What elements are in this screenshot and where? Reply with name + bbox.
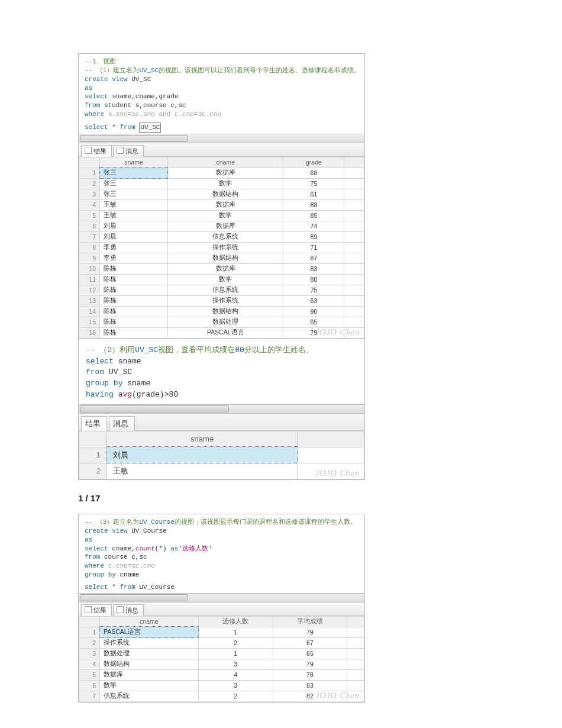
cell[interactable]: 87 <box>283 253 344 263</box>
table-row[interactable]: 8李勇操作系统71 <box>79 242 364 253</box>
cell[interactable]: 数学 <box>167 210 283 221</box>
cell[interactable]: 2 <box>198 691 273 701</box>
cell[interactable]: 67 <box>273 637 347 648</box>
column-header[interactable]: sname <box>100 157 168 167</box>
sql-editor-3[interactable]: -- （3）建立名为UV_Course的视图，该视图显示每门课的课程名和选修该课… <box>79 514 364 593</box>
cell[interactable]: 陈栋 <box>100 327 168 338</box>
editor-hscrollbar[interactable] <box>79 593 364 602</box>
table-row[interactable]: 2操作系统267 <box>79 637 364 648</box>
cell[interactable]: 信息系统 <box>100 691 199 701</box>
editor-hscrollbar[interactable] <box>79 404 364 413</box>
cell[interactable]: 79 <box>273 659 347 669</box>
cell[interactable]: 张三 <box>100 189 168 199</box>
cell[interactable]: 数据库 <box>167 221 283 231</box>
cell[interactable]: 信息系统 <box>167 231 283 242</box>
sql-editor-2[interactable]: -- （2）利用UV_SC视图，查看平均成绩在80分以上的学生姓名。 selec… <box>79 339 364 404</box>
cell[interactable]: 刘晨 <box>107 447 298 463</box>
cell[interactable]: 数据结构 <box>167 253 283 263</box>
table-row[interactable]: 2张三数学75 <box>79 178 364 189</box>
cell[interactable]: 李勇 <box>100 242 168 253</box>
cell[interactable]: 陈栋 <box>100 285 168 295</box>
cell[interactable]: 89 <box>283 231 344 242</box>
table-row[interactable]: 6刘晨数据库74 <box>79 221 364 231</box>
cell[interactable]: 85 <box>283 210 344 221</box>
cell[interactable]: PASCAL语言 <box>167 327 283 338</box>
sql-editor-1[interactable]: --1、视图 -- （1）建立名为UV_SC的视图。该视图可以让我们看到每个学生… <box>79 54 364 134</box>
table-row[interactable]: 13陈栋操作系统63 <box>79 295 364 306</box>
cell[interactable]: 80 <box>283 274 344 285</box>
cell[interactable]: 74 <box>283 221 344 231</box>
cell[interactable]: 陈栋 <box>100 317 168 327</box>
table-row[interactable]: 5数据库478 <box>79 669 364 680</box>
table-row[interactable]: 7刘晨信息系统89 <box>79 231 364 242</box>
cell[interactable]: 75 <box>283 285 344 295</box>
cell[interactable]: 数学 <box>167 274 283 285</box>
cell[interactable]: 李勇 <box>100 253 168 263</box>
editor-hscrollbar[interactable] <box>79 134 364 143</box>
cell[interactable]: 75 <box>283 178 344 189</box>
cell[interactable]: 78 <box>273 669 347 680</box>
cell[interactable]: 刘晨 <box>100 221 168 231</box>
column-header[interactable]: cname <box>100 616 199 627</box>
cell[interactable]: 操作系统 <box>100 637 199 648</box>
column-header[interactable]: 平均成绩 <box>273 616 347 627</box>
table-row[interactable]: 10陈栋数据库83 <box>79 263 364 274</box>
cell[interactable]: 61 <box>283 189 344 199</box>
cell[interactable]: 王敏 <box>100 210 168 221</box>
table-row[interactable]: 12陈栋信息系统75 <box>79 285 364 295</box>
cell[interactable]: 4 <box>198 669 273 680</box>
cell[interactable]: 王敏 <box>100 199 168 210</box>
result-grid-1[interactable]: snamecnamegrade1张三数据库682张三数学753张三数据结构614… <box>79 157 364 339</box>
column-header[interactable]: grade <box>283 157 344 167</box>
cell[interactable]: 65 <box>273 648 347 659</box>
cell[interactable]: 数据库 <box>100 669 199 680</box>
cell[interactable]: 2 <box>198 637 273 648</box>
cell[interactable]: 数据处理 <box>167 317 283 327</box>
tab-results[interactable]: 结果 <box>81 604 112 616</box>
cell[interactable]: 数学 <box>167 178 283 189</box>
column-header[interactable]: sname <box>107 431 298 447</box>
cell[interactable]: 71 <box>283 242 344 253</box>
cell[interactable]: 3 <box>198 659 273 669</box>
cell[interactable]: 1 <box>198 627 273 637</box>
table-row[interactable]: 4王敏数据库88 <box>79 199 364 210</box>
cell[interactable]: 83 <box>273 680 347 691</box>
table-row[interactable]: 6数学383 <box>79 680 364 691</box>
column-header[interactable]: 选修人数 <box>198 616 273 627</box>
cell[interactable]: 3 <box>198 680 273 691</box>
cell[interactable]: 数据结构 <box>100 659 199 669</box>
cell[interactable]: 王敏 <box>107 463 298 479</box>
cell[interactable]: 数据库 <box>167 263 283 274</box>
table-row[interactable]: 15陈栋数据处理65 <box>79 317 364 327</box>
table-row[interactable]: 1PASCAL语言179 <box>79 627 364 637</box>
table-row[interactable]: 1张三数据库68 <box>79 167 364 178</box>
tab-messages[interactable]: 消息 <box>113 604 144 616</box>
cell[interactable]: 65 <box>283 317 344 327</box>
cell[interactable]: 陈栋 <box>100 306 168 317</box>
cell[interactable]: 数据库 <box>167 167 283 178</box>
cell[interactable]: 数学 <box>100 680 199 691</box>
cell[interactable]: 63 <box>283 295 344 306</box>
result-grid-3[interactable]: cname选修人数平均成绩1PASCAL语言1792操作系统2673数据处理16… <box>79 616 364 702</box>
cell[interactable]: 张三 <box>100 167 168 178</box>
cell[interactable]: 张三 <box>100 178 168 189</box>
tab-messages[interactable]: 消息 <box>109 416 135 431</box>
table-row[interactable]: 9李勇数据结构87 <box>79 253 364 263</box>
cell[interactable]: 数据结构 <box>167 306 283 317</box>
cell[interactable]: 数据结构 <box>167 189 283 199</box>
cell[interactable]: 1 <box>198 648 273 659</box>
cell[interactable]: PASCAL语言 <box>100 627 199 637</box>
tab-results[interactable]: 结果 <box>81 416 107 431</box>
table-row[interactable]: 3张三数据结构61 <box>79 189 364 199</box>
cell[interactable]: 刘晨 <box>100 231 168 242</box>
tab-results[interactable]: 结果 <box>81 145 112 157</box>
table-row[interactable]: 3数据处理165 <box>79 648 364 659</box>
cell[interactable]: 信息系统 <box>167 285 283 295</box>
cell[interactable]: 陈栋 <box>100 274 168 285</box>
cell[interactable]: 操作系统 <box>167 242 283 253</box>
table-row[interactable]: 1刘晨 <box>79 447 364 463</box>
cell[interactable]: 陈栋 <box>100 263 168 274</box>
cell[interactable]: 88 <box>283 199 344 210</box>
cell[interactable]: 68 <box>283 167 344 178</box>
cell[interactable]: 数据库 <box>167 199 283 210</box>
